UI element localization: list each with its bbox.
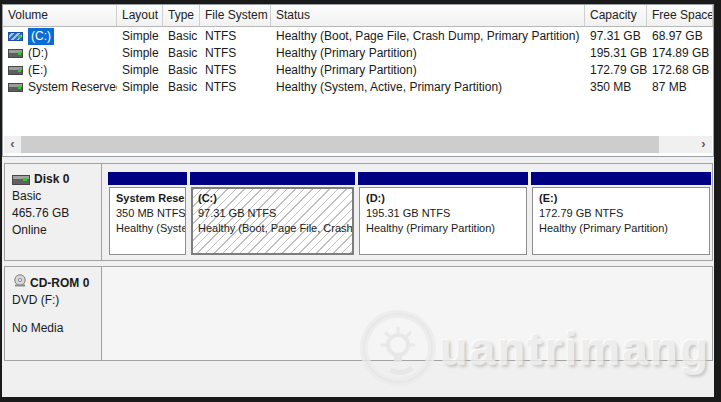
volume-icon — [8, 49, 23, 58]
horizontal-scrollbar[interactable]: ‹ › — [4, 136, 712, 153]
partition-label: (E:) — [539, 191, 709, 206]
partition-d[interactable]: (D:) 195.31 GB NTFS Healthy (Primary Par… — [358, 172, 528, 256]
window-content: Volume Layout Type File System Status Ca… — [2, 4, 714, 397]
disk-0-type: Basic — [12, 188, 101, 205]
volume-status: Healthy (System, Active, Primary Partiti… — [271, 79, 585, 96]
cdrom-0-header[interactable]: CD-ROM 0 DVD (F:) No Media — [5, 267, 102, 360]
disk-0-size: 465.76 GB — [12, 205, 101, 222]
volume-status: Healthy (Primary Partition) — [271, 62, 585, 79]
volume-row-d[interactable]: (D:) Simple Basic NTFS Healthy (Primary … — [3, 45, 713, 62]
volume-row-c[interactable]: (C:) Simple Basic NTFS Healthy (Boot, Pa… — [3, 28, 713, 45]
volume-type: Basic — [163, 62, 200, 79]
partition-label: (C:) — [198, 191, 352, 206]
cdrom-0-row: CD-ROM 0 DVD (F:) No Media — [4, 266, 713, 361]
volume-layout: Simple — [117, 62, 163, 79]
partition-size: 172.79 GB NTFS — [539, 206, 709, 221]
partition-status: Healthy (Primary Partition) — [539, 221, 709, 236]
disk-management-window: Volume Layout Type File System Status Ca… — [0, 0, 721, 402]
scroll-right-icon[interactable]: › — [695, 136, 712, 153]
partition-size: 350 MB NTFS — [116, 206, 185, 221]
column-header-capacity[interactable]: Capacity — [585, 5, 647, 26]
cdrom-icon — [12, 274, 28, 292]
volume-free: 172.68 GB — [647, 62, 713, 79]
volume-fs: NTFS — [200, 79, 271, 96]
volume-free: 174.89 GB — [647, 45, 713, 62]
column-header-layout[interactable]: Layout — [117, 5, 163, 26]
partition-status: Healthy (Boot, Page File, Crash Dump, Pr… — [198, 221, 352, 236]
disk-0-graph-area: System Reserved 350 MB NTFS Healthy (Sys… — [103, 164, 712, 260]
volume-rows: (C:) Simple Basic NTFS Healthy (Boot, Pa… — [3, 28, 713, 96]
column-header-volume[interactable]: Volume — [3, 5, 117, 26]
volume-free: 87 MB — [647, 79, 713, 96]
cdrom-media: DVD (F:) — [12, 292, 101, 309]
partition-size: 97.31 GB NTFS — [198, 206, 352, 221]
scroll-thumb[interactable] — [21, 136, 659, 153]
volume-icon — [8, 66, 23, 75]
cdrom-status: No Media — [12, 320, 101, 337]
volume-fs: NTFS — [200, 28, 271, 45]
volume-type: Basic — [163, 79, 200, 96]
volume-row-e[interactable]: (E:) Simple Basic NTFS Healthy (Primary … — [3, 62, 713, 79]
partition-color-bar — [190, 172, 355, 185]
volume-capacity: 172.79 GB — [585, 62, 647, 79]
column-header-type[interactable]: Type — [163, 5, 200, 26]
disk-0-header[interactable]: Disk 0 Basic 465.76 GB Online — [5, 164, 102, 260]
partition-size: 195.31 GB NTFS — [366, 206, 526, 221]
column-header-file-system[interactable]: File System — [200, 5, 271, 26]
volume-row-system-reserved[interactable]: System Reserved Simple Basic NTFS Health… — [3, 79, 713, 96]
volume-icon — [8, 32, 23, 41]
volume-name: (C:) — [28, 28, 54, 45]
volume-name: System Reserved — [28, 79, 117, 96]
column-header-status[interactable]: Status — [271, 5, 585, 26]
partition-label: System Reserved — [116, 191, 185, 206]
cdrom-graph-area[interactable] — [103, 267, 712, 360]
scroll-left-icon[interactable]: ‹ — [4, 136, 21, 153]
spacer — [12, 309, 101, 320]
volume-layout: Simple — [117, 28, 163, 45]
volume-type: Basic — [163, 28, 200, 45]
disk-0-status: Online — [12, 222, 101, 239]
partition-c[interactable]: (C:) 97.31 GB NTFS Healthy (Boot, Page F… — [190, 172, 355, 256]
disk-0-row: Disk 0 Basic 465.76 GB Online System Res… — [4, 163, 713, 261]
volume-fs: NTFS — [200, 45, 271, 62]
disk-icon — [12, 175, 30, 185]
cdrom-title: CD-ROM 0 — [30, 275, 89, 292]
partition-e[interactable]: (E:) 172.79 GB NTFS Healthy (Primary Par… — [531, 172, 711, 256]
volume-name: (D:) — [28, 45, 48, 62]
partition-system-reserved[interactable]: System Reserved 350 MB NTFS Healthy (Sys… — [108, 172, 187, 256]
volume-capacity: 350 MB — [585, 79, 647, 96]
volume-list-header: Volume Layout Type File System Status Ca… — [3, 5, 713, 27]
partition-label: (D:) — [366, 191, 526, 206]
volume-capacity: 195.31 GB — [585, 45, 647, 62]
volume-free: 68.97 GB — [647, 28, 713, 45]
volume-layout: Simple — [117, 45, 163, 62]
partition-color-bar — [531, 172, 711, 185]
volume-type: Basic — [163, 45, 200, 62]
partition-status: Healthy (Primary Partition) — [366, 221, 526, 236]
volume-list: Volume Layout Type File System Status Ca… — [2, 4, 714, 157]
volume-status: Healthy (Primary Partition) — [271, 45, 585, 62]
partition-color-bar — [358, 172, 528, 185]
disk-0-title: Disk 0 — [34, 171, 69, 188]
volume-capacity: 97.31 GB — [585, 28, 647, 45]
volume-fs: NTFS — [200, 62, 271, 79]
volume-name: (E:) — [28, 62, 47, 79]
volume-icon — [8, 83, 23, 92]
volume-layout: Simple — [117, 79, 163, 96]
partition-status: Healthy (System, Active, Primary Partiti… — [116, 221, 185, 236]
partition-color-bar — [108, 172, 187, 185]
volume-status: Healthy (Boot, Page File, Crash Dump, Pr… — [271, 28, 585, 45]
column-header-free-space[interactable]: Free Space — [647, 5, 713, 26]
